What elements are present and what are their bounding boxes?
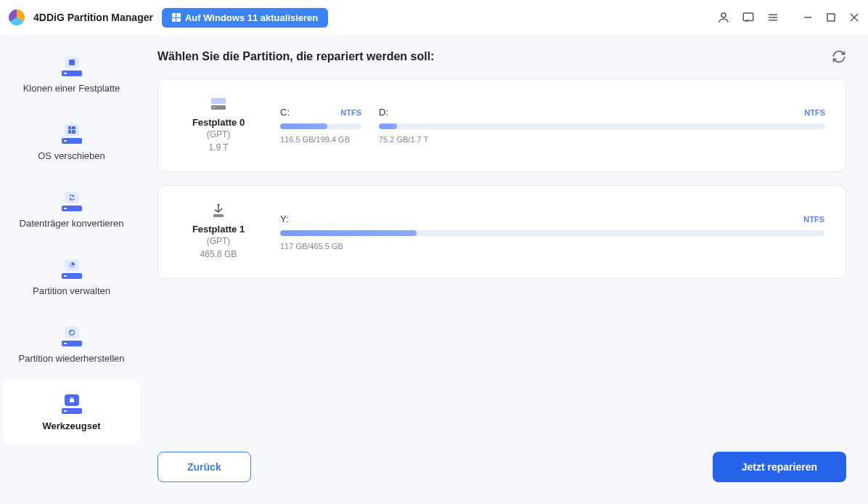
- user-icon[interactable]: [717, 11, 730, 24]
- disk-name: Festplatte 1: [192, 224, 245, 235]
- partition-fs: NTFS: [340, 108, 361, 117]
- disk-name: Festplatte 0: [192, 117, 245, 128]
- partition-size: 75.2 GB/1.7 T: [379, 135, 825, 144]
- partitions-row: C:NTFS116.5 GB/199.4 GBD:NTFS75.2 GB/1.7…: [280, 107, 825, 144]
- sidebar-item-label: Partition verwalten: [33, 285, 110, 296]
- disk-info: Festplatte 0(GPT)1.9 T: [179, 97, 258, 154]
- toolkit-icon: [60, 393, 84, 415]
- svg-point-16: [213, 107, 215, 108]
- svg-rect-13: [71, 397, 73, 399]
- repair-now-button[interactable]: Jetzt reparieren: [713, 452, 846, 482]
- sidebar: Klonen einer Festplatte OS verschieben D…: [0, 35, 143, 504]
- sidebar-item-label: Werkzeugset: [43, 420, 101, 431]
- sidebar-item-label: Klonen einer Festplatte: [23, 83, 120, 94]
- sidebar-item-label: OS verschieben: [38, 150, 105, 161]
- upgrade-label: Auf Windows 11 aktualisieren: [185, 12, 318, 23]
- disk-size: 465.8 GB: [200, 248, 237, 261]
- partitions-row: Y:NTFS117 GB/465.5 GB: [280, 214, 825, 251]
- partition[interactable]: C:NTFS116.5 GB/199.4 GB: [280, 107, 361, 144]
- convert-disk-icon: [60, 190, 84, 212]
- refresh-icon[interactable]: [832, 49, 846, 64]
- partition[interactable]: D:NTFS75.2 GB/1.7 T: [379, 107, 825, 144]
- svg-rect-1: [743, 13, 753, 21]
- partition-usage-bar: [379, 123, 825, 129]
- sidebar-item-recover[interactable]: Partition wiederherstellen: [3, 312, 140, 377]
- sidebar-item-toolkit[interactable]: Werkzeugset: [3, 380, 140, 444]
- partition-size: 116.5 GB/199.4 GB: [280, 135, 361, 144]
- recover-partition-icon: [60, 325, 84, 347]
- svg-point-17: [218, 204, 220, 206]
- partition-letter: Y:: [280, 214, 289, 224]
- partition-letter: D:: [379, 107, 388, 118]
- windows-icon: [172, 13, 181, 22]
- feedback-icon[interactable]: [742, 11, 755, 24]
- partition-usage-bar: [280, 230, 824, 236]
- svg-rect-18: [213, 214, 224, 217]
- manage-partition-icon: [60, 258, 84, 280]
- disk-info: Festplatte 1(GPT)465.8 GB: [179, 203, 258, 261]
- menu-icon[interactable]: [766, 11, 779, 24]
- sidebar-item-migrate[interactable]: OS verschieben: [3, 110, 140, 174]
- clone-disk-icon: [60, 55, 84, 77]
- sidebar-item-label: Partition wiederherstellen: [19, 353, 125, 364]
- disk-card[interactable]: Festplatte 1(GPT)465.8 GBY:NTFS117 GB/46…: [157, 185, 846, 279]
- titlebar-icons: [717, 11, 859, 24]
- minimize-icon[interactable]: [803, 12, 813, 23]
- partition-size: 117 GB/465.5 GB: [280, 242, 824, 251]
- partition[interactable]: Y:NTFS117 GB/465.5 GB: [280, 214, 824, 251]
- disk-icon: [209, 97, 228, 111]
- svg-rect-9: [69, 60, 75, 65]
- page-heading: Wählen Sie die Partition, die repariert …: [157, 50, 434, 63]
- sidebar-item-clone[interactable]: Klonen einer Festplatte: [3, 42, 140, 107]
- svg-rect-6: [827, 14, 835, 21]
- app-title: 4DDiG Partition Manager: [33, 12, 153, 23]
- disk-scheme: (GPT): [207, 235, 231, 248]
- svg-rect-12: [70, 399, 74, 402]
- partition-letter: C:: [280, 107, 290, 118]
- disk-scheme: (GPT): [207, 128, 231, 141]
- disk-card[interactable]: Festplatte 0(GPT)1.9 TC:NTFS116.5 GB/199…: [157, 78, 846, 172]
- window-controls: [803, 12, 859, 23]
- sidebar-item-label: Datenträger konvertieren: [20, 218, 124, 229]
- migrate-os-icon: [60, 123, 84, 145]
- app-logo: [9, 9, 25, 25]
- close-icon[interactable]: [849, 12, 859, 23]
- partition-fs: NTFS: [804, 108, 825, 117]
- titlebar: 4DDiG Partition Manager Auf Windows 11 a…: [0, 0, 868, 35]
- svg-rect-14: [211, 98, 226, 104]
- main-panel: Wählen Sie die Partition, die repariert …: [143, 35, 868, 504]
- back-button[interactable]: Zurück: [157, 452, 251, 482]
- svg-point-0: [721, 13, 726, 17]
- partition-usage-bar: [280, 123, 361, 129]
- disk-size: 1.9 T: [208, 141, 228, 154]
- disk-icon: [209, 203, 228, 218]
- sidebar-item-manage[interactable]: Partition verwalten: [3, 245, 140, 309]
- partition-fs: NTFS: [803, 215, 824, 224]
- sidebar-item-convert[interactable]: Datenträger konvertieren: [3, 177, 140, 242]
- upgrade-windows-button[interactable]: Auf Windows 11 aktualisieren: [162, 8, 328, 28]
- maximize-icon[interactable]: [826, 12, 836, 23]
